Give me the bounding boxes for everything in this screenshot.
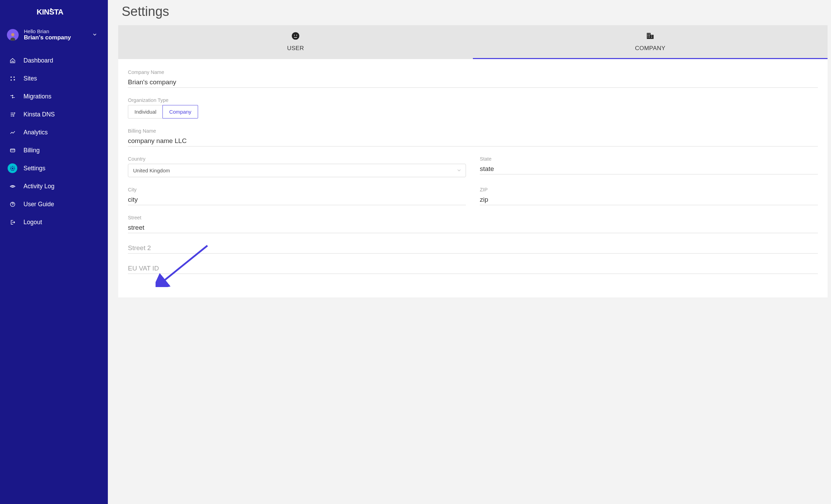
svg-point-3 <box>10 76 12 78</box>
svg-rect-25 <box>651 36 652 36</box>
help-icon <box>8 199 17 209</box>
nav-settings[interactable]: Settings <box>0 159 108 177</box>
org-type-label: Organization Type <box>128 97 818 103</box>
billing-name-input[interactable] <box>128 136 818 146</box>
page-title: Settings <box>108 0 831 25</box>
dns-icon <box>8 110 17 119</box>
svg-point-2 <box>11 33 14 36</box>
state-input[interactable] <box>480 164 818 174</box>
nav-migrations[interactable]: Migrations <box>0 87 108 105</box>
sites-icon <box>8 74 17 83</box>
svg-point-11 <box>12 168 13 169</box>
user-company-switcher[interactable]: Hello Brian Brian's company <box>0 28 108 51</box>
vat-input[interactable] <box>128 263 818 274</box>
svg-rect-22 <box>649 35 650 36</box>
org-type-company[interactable]: Company <box>162 105 198 118</box>
nav-label: Activity Log <box>24 183 54 190</box>
svg-rect-21 <box>647 35 648 36</box>
city-input[interactable] <box>128 194 466 205</box>
svg-point-12 <box>12 186 13 187</box>
tab-label: COMPANY <box>635 45 665 51</box>
billing-icon <box>8 145 17 155</box>
gear-icon <box>8 163 17 173</box>
nav-dns[interactable]: Kinsta DNS <box>0 105 108 123</box>
nav-label: Sites <box>24 75 37 82</box>
billing-name-label: Billing Name <box>128 128 818 134</box>
nav-user-guide[interactable]: User Guide <box>0 195 108 213</box>
nav-sites[interactable]: Sites <box>0 69 108 87</box>
nav-label: Kinsta DNS <box>24 111 55 118</box>
settings-tabs: USER COMPANY <box>118 25 828 59</box>
nav-label: Dashboard <box>24 57 53 64</box>
tab-user[interactable]: USER <box>118 25 473 59</box>
chevron-down-icon <box>88 32 101 38</box>
home-icon <box>8 56 17 65</box>
svg-point-7 <box>13 115 14 116</box>
nav-label: Logout <box>24 219 42 226</box>
user-info: Hello Brian Brian's company <box>24 28 88 41</box>
settings-card: USER COMPANY Company Name Organization T… <box>118 25 828 297</box>
zip-input[interactable] <box>480 194 818 205</box>
tab-label: USER <box>287 45 304 51</box>
svg-point-4 <box>13 76 15 78</box>
svg-point-14 <box>292 32 299 40</box>
svg-point-15 <box>294 35 295 36</box>
company-name-label: Company Name <box>128 69 818 75</box>
nav-label: Billing <box>24 147 40 154</box>
svg-point-6 <box>14 113 15 113</box>
nav-label: User Guide <box>24 201 54 208</box>
org-type-individual[interactable]: Individual <box>128 105 163 118</box>
nav-label: Migrations <box>24 93 52 100</box>
svg-rect-20 <box>649 34 650 35</box>
country-label: Country <box>128 156 466 162</box>
nav-label: Analytics <box>24 129 48 136</box>
zip-label: ZIP <box>480 187 818 192</box>
svg-rect-18 <box>651 35 654 39</box>
company-icon <box>473 31 828 42</box>
svg-rect-19 <box>647 34 648 35</box>
svg-rect-17 <box>647 33 651 39</box>
svg-point-1 <box>50 8 52 10</box>
avatar <box>7 29 19 41</box>
eye-icon <box>8 181 17 191</box>
svg-rect-23 <box>647 37 648 37</box>
tab-company[interactable]: COMPANY <box>473 25 828 59</box>
svg-point-5 <box>10 79 12 80</box>
state-label: State <box>480 156 818 162</box>
svg-rect-8 <box>10 149 15 152</box>
kinsta-logo: KINSTA <box>0 5 108 28</box>
nav-billing[interactable]: Billing <box>0 141 108 159</box>
company-name-input[interactable] <box>128 77 818 88</box>
user-icon <box>118 31 473 42</box>
migrations-icon <box>8 92 17 101</box>
nav-analytics[interactable]: Analytics <box>0 123 108 141</box>
main-content: Settings USER COMPANY Company Name <box>108 0 831 504</box>
nav-activity-log[interactable]: Activity Log <box>0 177 108 195</box>
chevron-down-icon <box>457 168 461 173</box>
country-select[interactable]: United Kingdom <box>128 164 466 177</box>
street-input[interactable] <box>128 222 818 233</box>
svg-rect-24 <box>649 37 650 37</box>
svg-text:KINSTA: KINSTA <box>37 8 64 16</box>
current-company: Brian's company <box>24 34 88 41</box>
street2-input[interactable] <box>128 243 818 254</box>
nav-dashboard[interactable]: Dashboard <box>0 51 108 69</box>
logout-icon <box>8 217 17 227</box>
street-label: Street <box>128 215 818 220</box>
analytics-icon <box>8 127 17 137</box>
greeting: Hello Brian <box>24 28 88 34</box>
sidebar: KINSTA Hello Brian Brian's company Dashb… <box>0 0 108 504</box>
org-type-toggle: Individual Company <box>128 105 818 118</box>
company-form: Company Name Organization Type Individua… <box>118 69 828 274</box>
country-value: United Kingdom <box>133 168 170 173</box>
nav-label: Settings <box>24 165 45 172</box>
svg-point-16 <box>296 35 297 36</box>
city-label: City <box>128 187 466 192</box>
svg-rect-26 <box>651 37 652 38</box>
nav-logout[interactable]: Logout <box>0 213 108 231</box>
